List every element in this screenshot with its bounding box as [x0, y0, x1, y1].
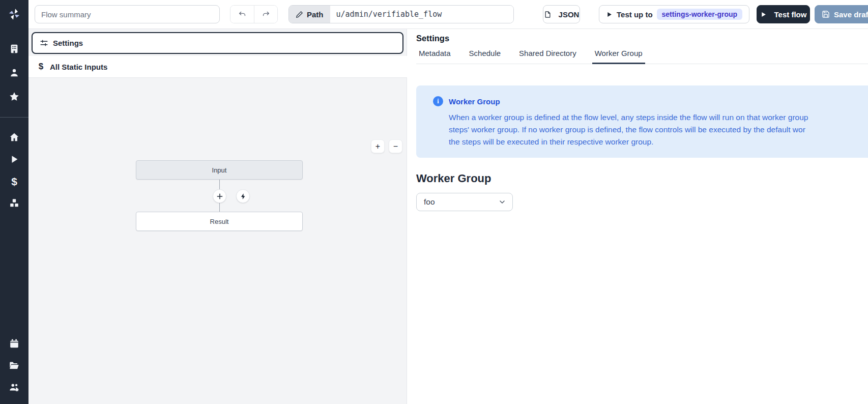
lightning-icon — [240, 193, 247, 200]
redo-button[interactable] — [254, 6, 277, 23]
calendar-icon[interactable] — [8, 337, 20, 350]
folder-open-icon[interactable] — [8, 359, 20, 371]
zoom-out-button[interactable]: − — [389, 139, 402, 153]
flow-summary-input[interactable] — [35, 5, 220, 23]
dollar-icon[interactable]: $ — [8, 175, 20, 187]
save-draft-label: Save draft — [834, 10, 868, 19]
play-icon — [760, 11, 767, 18]
result-node[interactable]: Result — [136, 212, 303, 231]
tab-schedule[interactable]: Schedule — [467, 49, 504, 64]
redo-icon — [262, 10, 270, 19]
info-icon: i — [433, 96, 443, 106]
worker-group-select-value: foo — [424, 197, 435, 207]
dollar-icon: $ — [37, 62, 45, 72]
input-node[interactable]: Input — [136, 160, 303, 180]
play-icon[interactable] — [8, 153, 20, 165]
trigger-button[interactable] — [236, 189, 250, 203]
info-line: When a worker group is defined at the fl… — [449, 111, 868, 124]
json-button-label: JSON — [559, 10, 580, 19]
building-icon[interactable] — [8, 43, 20, 55]
settings-panel-title: Settings — [416, 34, 868, 43]
home-icon[interactable] — [8, 131, 20, 143]
worker-group-section-title: Worker Group — [416, 172, 868, 185]
play-icon — [606, 11, 613, 18]
tab-worker-group[interactable]: Worker Group — [592, 49, 645, 64]
star-icon[interactable] — [8, 91, 20, 103]
path-group: Path — [288, 5, 514, 23]
info-line: the steps will be executed in their resp… — [449, 136, 868, 148]
undo-button[interactable] — [230, 6, 254, 23]
flow-settings-label: Settings — [53, 39, 83, 47]
file-json-icon — [544, 11, 552, 18]
info-title: Worker Group — [449, 97, 500, 106]
pencil-icon — [296, 11, 303, 18]
boxes-icon[interactable] — [8, 197, 20, 209]
user-icon[interactable] — [8, 67, 20, 79]
test-flow-label: Test flow — [774, 10, 807, 19]
worker-group-badge: settings-worker-group — [657, 9, 743, 20]
path-button[interactable]: Path — [289, 6, 330, 23]
toolbar: Path JSON Test up to settings-worker-gro… — [28, 0, 868, 29]
test-up-to-label: Test up to — [617, 10, 653, 19]
tab-metadata[interactable]: Metadata — [416, 49, 453, 64]
flow-canvas[interactable]: + − Input Result — [28, 78, 407, 404]
info-line: steps' worker group. If no worker group … — [449, 124, 868, 136]
flow-settings-item[interactable]: Settings — [32, 32, 403, 54]
settings-panel: Settings Metadata Schedule Shared Direct… — [407, 29, 868, 404]
save-draft-button[interactable]: Save draft — [815, 5, 868, 23]
path-input[interactable] — [330, 6, 513, 23]
undo-redo-group — [230, 5, 278, 23]
tab-shared-directory[interactable]: Shared Directory — [516, 49, 579, 64]
worker-group-info-box: i Worker Group When a worker group is de… — [416, 85, 868, 158]
json-button[interactable]: JSON — [543, 5, 580, 23]
test-flow-button[interactable]: Test flow — [757, 5, 810, 23]
sidebar: $ — [0, 0, 28, 404]
windmill-logo[interactable] — [0, 0, 28, 28]
all-static-inputs-item[interactable]: $ All Static Inputs — [28, 56, 407, 78]
sidebar-divider — [0, 117, 28, 118]
save-icon — [822, 10, 830, 18]
chevron-down-icon — [498, 198, 506, 206]
sliders-icon — [40, 39, 48, 47]
settings-tabs: Metadata Schedule Shared Directory Worke… — [416, 49, 868, 64]
add-step-button[interactable] — [213, 189, 226, 203]
flow-panel: Settings $ All Static Inputs + − Input R… — [28, 29, 407, 404]
worker-group-select[interactable]: foo — [416, 193, 513, 211]
plus-icon — [216, 193, 223, 200]
test-up-to-button[interactable]: Test up to settings-worker-group — [599, 5, 749, 23]
users-cog-icon[interactable] — [8, 381, 20, 393]
path-button-label: Path — [307, 10, 324, 19]
all-static-inputs-label: All Static Inputs — [50, 63, 107, 71]
zoom-in-button[interactable]: + — [371, 139, 385, 153]
undo-icon — [238, 10, 247, 19]
